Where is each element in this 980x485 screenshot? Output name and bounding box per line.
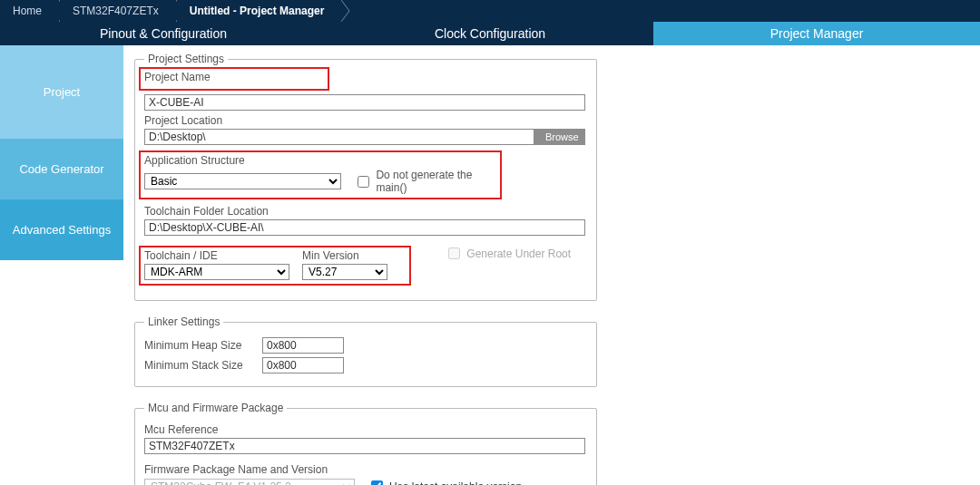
app-structure-select[interactable]: Basic [144,173,341,189]
main-tabs: Pinout & Configuration Clock Configurati… [0,22,980,45]
use-latest-check[interactable] [371,480,383,485]
mcu-firmware-group: Mcu and Firmware Package Mcu Reference F… [134,402,597,485]
tab-projmgr-label: Project Manager [770,26,864,41]
breadcrumb-home-label: Home [13,5,42,17]
generate-under-root-label: Generate Under Root [466,247,571,260]
sidebar: Project Code Generator Advanced Settings [0,45,123,485]
generate-under-root-checkbox: Generate Under Root [445,245,571,262]
tab-pinout-label: Pinout & Configuration [100,26,227,41]
toolchain-ide-select[interactable]: MDK-ARM [144,264,289,280]
min-version-label: Min Version [302,249,387,262]
tab-pinout[interactable]: Pinout & Configuration [0,22,327,45]
mcu-ref-label: Mcu Reference [144,423,587,436]
breadcrumb-device-label: STM32F407ZETx [73,5,159,17]
breadcrumb-home[interactable]: Home [0,0,60,22]
linker-settings-group: Linker Settings Minimum Heap Size Minimu… [134,315,597,387]
dont-generate-main-label: Do not generate the main() [376,169,496,194]
sidebar-project-label: Project [44,85,80,99]
tab-clock-label: Clock Configuration [435,26,545,41]
toolchain-ide-label: Toolchain / IDE [144,249,289,262]
stack-label: Minimum Stack Size [144,359,253,372]
breadcrumb-current[interactable]: Untitled - Project Manager [177,0,343,22]
project-location-label: Project Location [144,114,587,127]
toolchain-folder-label: Toolchain Folder Location [144,205,587,218]
tab-project-manager[interactable]: Project Manager [653,22,980,45]
project-name-input[interactable] [144,94,585,111]
breadcrumb-current-label: Untitled - Project Manager [190,5,325,17]
project-location-browse-button[interactable]: Browse [534,129,585,145]
content-pane: Project Settings Project Name Project Lo… [123,45,980,485]
tab-clock[interactable]: Clock Configuration [327,22,653,45]
mcu-ref-input[interactable] [144,438,585,454]
project-settings-legend: Project Settings [144,53,228,65]
sidebar-item-project[interactable]: Project [0,45,123,139]
heap-input[interactable] [262,337,344,354]
linker-settings-legend: Linker Settings [144,315,223,328]
mcu-firmware-legend: Mcu and Firmware Package [144,402,287,414]
sidebar-advanced-label: Advanced Settings [13,223,111,237]
dont-generate-main-checkbox[interactable]: Do not generate the main() [354,169,496,194]
sidebar-codegen-label: Code Generator [19,162,103,176]
fw-package-label: Firmware Package Name and Version [144,463,587,476]
project-name-label: Project Name [144,71,324,83]
breadcrumb: Home STM32F407ZETx Untitled - Project Ma… [0,0,980,22]
use-latest-label: Use latest available version [389,480,522,486]
toolchain-folder-input[interactable] [144,219,585,236]
breadcrumb-device[interactable]: STM32F407ZETx [60,0,177,22]
project-settings-group: Project Settings Project Name Project Lo… [134,53,597,301]
dont-generate-main-check[interactable] [358,176,369,188]
project-location-input[interactable] [144,129,534,145]
sidebar-item-advanced-settings[interactable]: Advanced Settings [0,199,123,260]
sidebar-item-code-generator[interactable]: Code Generator [0,139,123,199]
app-structure-label: Application Structure [144,154,496,167]
stack-input[interactable] [262,357,344,373]
generate-under-root-check [448,247,460,259]
fw-package-select[interactable]: STM32Cube FW_F4 V1.25.2 [144,479,355,486]
heap-label: Minimum Heap Size [144,339,253,352]
min-version-select[interactable]: V5.27 [302,264,387,280]
use-latest-checkbox[interactable]: Use latest available version [368,478,522,485]
